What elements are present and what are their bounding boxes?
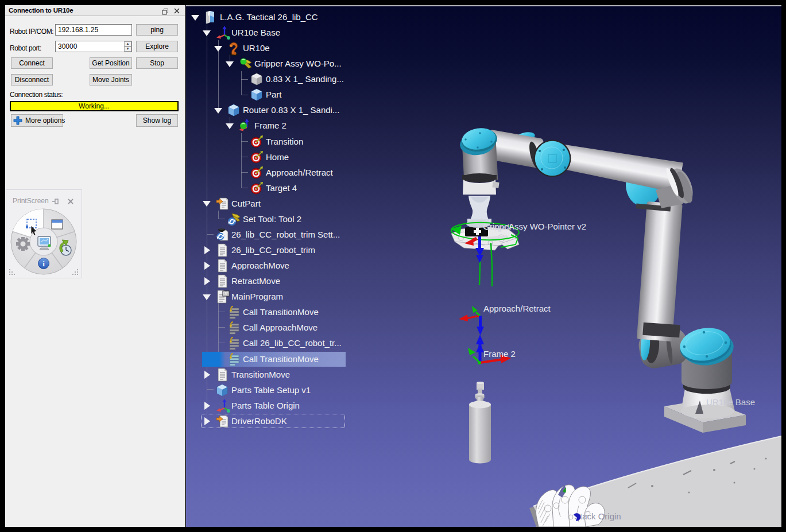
svg-text:Frame 2: Frame 2: [483, 349, 516, 359]
svg-text:Assy WO-Pointer v2: Assy WO-Pointer v2: [509, 222, 586, 231]
svg-text:i: i: [42, 259, 45, 268]
svg-text:UR10e Base: UR10e Base: [706, 397, 755, 407]
svg-text:Stack Origin: Stack Origin: [574, 511, 621, 521]
svg-text:Approach/Retract: Approach/Retract: [483, 304, 551, 313]
svg-text:Cuqpdl: Cuqpdl: [484, 222, 512, 232]
